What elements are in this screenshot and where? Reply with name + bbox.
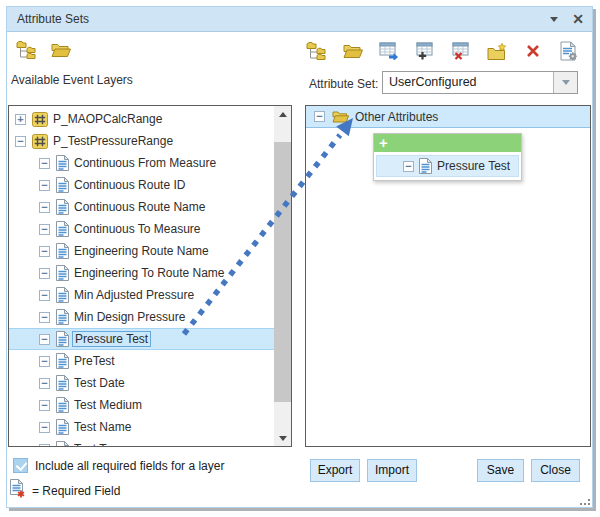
resize-grip-icon[interactable] <box>579 494 591 506</box>
toolbar-button-layer-tree[interactable] <box>306 41 327 61</box>
table-add-icon <box>415 42 435 60</box>
tree-expander[interactable]: − <box>39 246 50 257</box>
include-required-fields-checkbox[interactable] <box>13 458 28 473</box>
other-attributes-group-row[interactable]: − Other Attributes <box>306 106 590 128</box>
import-button[interactable]: Import <box>367 459 417 482</box>
save-button[interactable]: Save <box>477 459 524 482</box>
tree-item-pressure-test[interactable]: −Pressure Test <box>9 328 274 350</box>
scrollbar-down-button[interactable] <box>274 430 291 446</box>
attribute-set-value: UserConfigured <box>389 72 477 93</box>
table-remove-icon <box>451 42 471 60</box>
field-icon <box>56 309 69 325</box>
report-settings-icon <box>560 41 578 61</box>
attribute-sets-dialog: Attribute Sets ✕ Available Event Layers … <box>6 6 593 508</box>
delete-x-icon <box>525 43 541 59</box>
tree-expander[interactable]: − <box>39 422 50 433</box>
tree-expander[interactable]: − <box>39 356 50 367</box>
titlebar[interactable]: Attribute Sets ✕ <box>7 7 592 32</box>
tree-item-p-maopcalcrange[interactable]: +P_MAOPCalcRange <box>9 108 274 130</box>
toolbar-button-table-remove[interactable] <box>450 41 471 61</box>
include-required-fields-label: Include all required fields for a layer <box>35 459 224 473</box>
right-toolbar <box>306 41 579 61</box>
tree-expander[interactable]: − <box>39 378 50 389</box>
tree-rows: +P_MAOPCalcRange−P_TestPressureRange−Con… <box>9 108 274 447</box>
attribute-set-combobox[interactable]: UserConfigured <box>382 71 578 94</box>
attribute-set-panel: − Other Attributes + − Pressure Test <box>305 105 591 447</box>
group-label: Other Attributes <box>355 110 438 124</box>
tree-expander[interactable]: − <box>39 400 50 411</box>
tree-expander[interactable]: − <box>39 444 50 448</box>
scrollbar-up-button[interactable] <box>274 106 291 122</box>
tree-item-label: P_MAOPCalcRange <box>53 112 162 126</box>
field-icon <box>56 375 69 391</box>
tree-expander[interactable]: − <box>39 312 50 323</box>
toolbar-button-folder-update[interactable] <box>486 41 507 61</box>
scrollbar-thumb[interactable] <box>274 142 291 402</box>
tree-expander[interactable]: − <box>39 334 50 345</box>
field-icon <box>56 441 69 447</box>
close-dialog-button[interactable]: Close <box>531 459 580 482</box>
left-toolbar <box>16 40 71 60</box>
tree-expander[interactable]: + <box>15 114 26 125</box>
tree-item-engineering-route-name[interactable]: −Engineering Route Name <box>9 240 274 262</box>
drop-add-indicator: + <box>374 134 521 152</box>
tree-expander[interactable]: − <box>39 180 50 191</box>
required-field-icon <box>10 479 26 498</box>
dialog-title: Attribute Sets <box>17 7 89 31</box>
field-icon <box>56 265 69 281</box>
plus-icon: + <box>379 134 388 152</box>
tree-item-min-adjusted-pressure[interactable]: −Min Adjusted Pressure <box>9 284 274 306</box>
close-button[interactable]: ✕ <box>572 12 584 26</box>
caret-up-icon <box>279 112 287 117</box>
tree-item-p-testpressurerange[interactable]: −P_TestPressureRange <box>9 130 274 152</box>
tree-expander[interactable]: − <box>39 268 50 279</box>
tree-item-min-design-pressure[interactable]: −Min Design Pressure <box>9 306 274 328</box>
tree-scrollbar[interactable] <box>274 106 291 446</box>
tree-expander[interactable]: − <box>39 224 50 235</box>
tree-item-test-type[interactable]: −Test Type <box>9 438 274 447</box>
toolbar-button-table-arrow[interactable] <box>378 41 399 61</box>
tree-item-label: Test Type <box>74 442 125 447</box>
field-icon <box>56 419 69 435</box>
tree-item-continuous-from-measure[interactable]: −Continuous From Measure <box>9 152 274 174</box>
toolbar-button-folder-open[interactable] <box>50 40 71 60</box>
folder-open-icon <box>343 43 363 59</box>
screen: Attribute Sets ✕ Available Event Layers … <box>0 0 600 517</box>
export-button[interactable]: Export <box>310 459 360 482</box>
field-icon <box>56 397 69 413</box>
tree-item-continuous-to-measure[interactable]: −Continuous To Measure <box>9 218 274 240</box>
toolbar-button-table-add[interactable] <box>414 41 435 61</box>
tree-item-test-date[interactable]: −Test Date <box>9 372 274 394</box>
ghost-expander: − <box>403 161 414 172</box>
tree-item-continuous-route-name[interactable]: −Continuous Route Name <box>9 196 274 218</box>
tree-expander[interactable]: − <box>15 136 26 147</box>
available-layers-tree-panel: +P_MAOPCalcRange−P_TestPressureRange−Con… <box>8 105 292 447</box>
tree-item-pretest[interactable]: −PreTest <box>9 350 274 372</box>
tree-expander[interactable]: − <box>39 202 50 213</box>
table-arrow-icon <box>379 42 399 60</box>
window-controls: ✕ <box>548 7 584 31</box>
group-expander[interactable]: − <box>314 111 325 122</box>
combobox-dropdown-button[interactable] <box>553 72 577 93</box>
layer-tree-icon <box>16 41 37 60</box>
tree-expander[interactable]: − <box>39 158 50 169</box>
field-icon <box>56 155 69 171</box>
tree-expander[interactable]: − <box>39 290 50 301</box>
tree-item-test-name[interactable]: −Test Name <box>9 416 274 438</box>
tree-item-label: Min Adjusted Pressure <box>74 288 194 302</box>
collapse-button[interactable] <box>548 13 560 25</box>
toolbar-button-layer-tree[interactable] <box>16 40 37 60</box>
tree-item-label: Test Medium <box>74 398 142 412</box>
layer-tree-icon <box>306 42 327 61</box>
attribute-set-label: Attribute Set: <box>309 77 378 91</box>
tree-item-engineering-to-route-name[interactable]: −Engineering To Route Name <box>9 262 274 284</box>
tree-item-test-medium[interactable]: −Test Medium <box>9 394 274 416</box>
tree-item-continuous-route-id[interactable]: −Continuous Route ID <box>9 174 274 196</box>
toolbar-button-report-settings[interactable] <box>558 41 579 61</box>
tree-item-label: Engineering To Route Name <box>74 266 225 280</box>
toolbar-button-folder-open[interactable] <box>342 41 363 61</box>
event-layer-icon <box>32 134 48 149</box>
required-field-legend: = Required Field <box>32 484 120 498</box>
caret-down-icon <box>279 436 287 441</box>
toolbar-button-delete-x[interactable] <box>522 41 543 61</box>
